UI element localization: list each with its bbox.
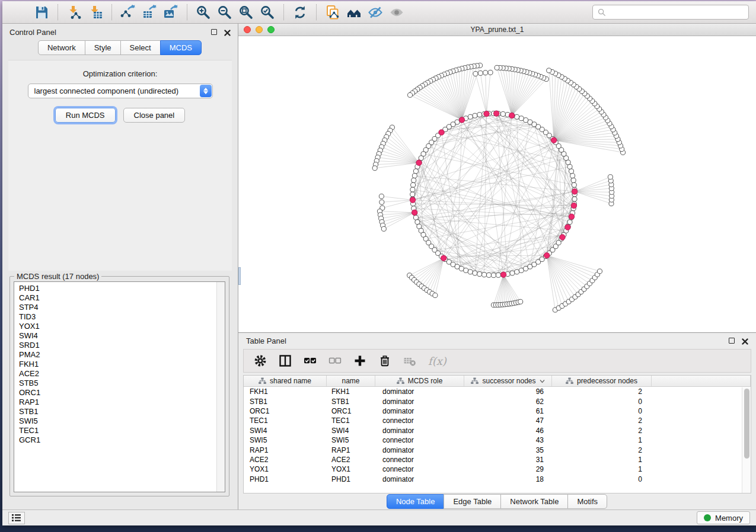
mcds-result-item[interactable]: SRD1 xyxy=(19,341,220,350)
mcds-result-item[interactable]: YOX1 xyxy=(19,322,220,331)
table-row[interactable]: RAP1RAP1dominator352 xyxy=(244,445,751,454)
zoom-fit-button[interactable] xyxy=(235,4,257,21)
table-row[interactable]: SWI4SWI4dominator462 xyxy=(244,426,751,435)
table-settings-button[interactable] xyxy=(254,354,267,367)
mcds-result-item[interactable]: SWI4 xyxy=(19,331,220,341)
table-row[interactable]: SWI5SWI5connector431 xyxy=(244,435,751,445)
delete-table-button[interactable] xyxy=(403,354,416,367)
split-view-button[interactable] xyxy=(279,354,292,367)
mcds-list-scrollbar[interactable] xyxy=(216,282,225,492)
close-panel-icon[interactable] xyxy=(224,29,231,36)
mcds-result-item[interactable]: TEC1 xyxy=(19,426,220,435)
mcds-result-item[interactable]: CAR1 xyxy=(19,293,220,303)
tab-select[interactable]: Select xyxy=(120,40,161,55)
tab-style[interactable]: Style xyxy=(85,40,121,55)
add-column-icon xyxy=(353,354,366,367)
export-table-icon xyxy=(142,5,157,20)
import-table-button[interactable] xyxy=(85,4,106,21)
column-header-name[interactable]: name xyxy=(327,376,375,386)
splitter-handle[interactable] xyxy=(238,267,241,285)
shared-column-icon xyxy=(566,377,573,384)
mcds-result-item[interactable]: ACE2 xyxy=(19,369,220,379)
add-column-button[interactable] xyxy=(353,354,366,367)
delete-column-button[interactable] xyxy=(378,354,391,367)
table-tab-motifs[interactable]: Motifs xyxy=(567,494,607,509)
save-session-button[interactable] xyxy=(31,4,52,21)
zoom-selected-button[interactable] xyxy=(257,4,278,21)
mcds-result-list[interactable]: PHD1CAR1STP4TID3YOX1SWI4SRD1PMA2FKH1ACE2… xyxy=(14,281,225,492)
search-input[interactable] xyxy=(609,8,744,17)
hide-selected-button[interactable] xyxy=(365,4,386,21)
run-mcds-button[interactable]: Run MCDS xyxy=(55,108,116,123)
mcds-result-item[interactable]: STB1 xyxy=(19,407,220,416)
mcds-result-item[interactable]: PHD1 xyxy=(19,284,220,293)
network-canvas[interactable] xyxy=(238,36,756,332)
zoom-in-button[interactable] xyxy=(193,4,214,21)
mcds-result-item[interactable]: SWI5 xyxy=(19,416,220,426)
network-window-titlebar[interactable]: YPA_prune.txt_1 xyxy=(238,24,756,36)
table-row[interactable]: ORC1ORC1dominator610 xyxy=(244,406,751,416)
close-panel-button[interactable]: Close panel xyxy=(123,108,186,123)
zoom-out-button[interactable] xyxy=(214,4,235,21)
export-network-icon xyxy=(120,5,136,20)
refresh-view-button[interactable] xyxy=(289,4,311,21)
node-table: shared namenameMCDS rolesuccessor nodesp… xyxy=(243,375,751,493)
first-neighbors-button[interactable] xyxy=(343,4,365,21)
zoom-in-icon xyxy=(196,5,211,20)
delete-column-icon xyxy=(378,354,391,367)
control-panel-tabs: NetworkStyleSelectMCDS xyxy=(2,40,238,55)
table-row[interactable]: FKH1FKH1dominator962 xyxy=(244,387,751,396)
criterion-dropdown[interactable]: largest connected component (undirected) xyxy=(28,84,213,98)
memory-button[interactable]: Memory xyxy=(697,511,750,524)
export-network-button[interactable] xyxy=(117,4,139,21)
tab-mcds[interactable]: MCDS xyxy=(160,40,202,55)
control-panel: Control Panel NetworkStyleSelectMCDS Opt… xyxy=(2,24,238,509)
show-all-button[interactable] xyxy=(386,4,407,21)
new-network-from-selection-button[interactable] xyxy=(322,4,343,21)
table-scrollbar[interactable] xyxy=(742,387,751,493)
table-tab-node-table[interactable]: Node Table xyxy=(387,494,445,509)
table-row[interactable]: PHD1PHD1dominator180 xyxy=(244,475,751,484)
import-network-button[interactable] xyxy=(63,4,85,21)
tab-network[interactable]: Network xyxy=(38,40,85,55)
deselect-all-button[interactable] xyxy=(328,354,342,367)
search-box[interactable] xyxy=(592,5,749,20)
show-all-icon xyxy=(389,5,404,20)
task-history-button[interactable] xyxy=(8,512,25,524)
mcds-result-item[interactable]: RAP1 xyxy=(19,398,220,407)
mcds-result-item[interactable]: STB5 xyxy=(19,379,220,388)
open-file-button[interactable] xyxy=(9,4,31,21)
table-scrollbar-thumb[interactable] xyxy=(744,389,749,459)
network-graph[interactable] xyxy=(238,36,756,332)
close-table-panel-icon[interactable] xyxy=(742,338,748,344)
table-row[interactable]: STB1STB1dominator620 xyxy=(244,396,751,406)
mcds-result-item[interactable]: GCR1 xyxy=(19,435,220,445)
table-panel-title: Table Panel xyxy=(246,336,286,345)
mcds-result-item[interactable]: FKH1 xyxy=(19,360,220,369)
mcds-result-item[interactable]: STP4 xyxy=(19,303,220,312)
select-all-icon xyxy=(304,354,317,367)
column-header-filler xyxy=(652,376,751,386)
column-header-successor-nodes[interactable]: successor nodes xyxy=(464,376,552,386)
table-row[interactable]: ACE2ACE2connector311 xyxy=(244,455,751,464)
list-icon xyxy=(12,514,21,522)
table-tab-edge-table[interactable]: Edge Table xyxy=(444,494,501,509)
table-row[interactable]: YOX1YOX1connector291 xyxy=(244,464,751,474)
mcds-result-item[interactable]: PMA2 xyxy=(19,350,220,360)
table-row[interactable]: TEC1TEC1connector472 xyxy=(244,416,751,425)
float-panel-icon[interactable] xyxy=(211,29,217,35)
delete-table-icon xyxy=(403,354,416,367)
table-tab-network-table[interactable]: Network Table xyxy=(500,494,568,509)
float-table-panel-icon[interactable] xyxy=(729,338,735,344)
mcds-panel: Optimization criterion: largest connecte… xyxy=(8,60,232,271)
function-builder-icon[interactable]: f(x) xyxy=(428,355,446,367)
select-all-button[interactable] xyxy=(304,354,317,367)
column-header-MCDS-role[interactable]: MCDS role xyxy=(375,376,464,386)
mcds-result-item[interactable]: TID3 xyxy=(19,312,220,322)
export-image-button[interactable] xyxy=(160,4,181,21)
mcds-result-item[interactable]: ORC1 xyxy=(19,388,220,398)
column-header-predecessor-nodes[interactable]: predecessor nodes xyxy=(552,376,652,386)
mcds-result-groupbox: MCDS result (17 nodes) PHD1CAR1STP4TID3Y… xyxy=(9,276,229,496)
column-header-shared-name[interactable]: shared name xyxy=(244,376,327,386)
export-table-button[interactable] xyxy=(139,4,160,21)
